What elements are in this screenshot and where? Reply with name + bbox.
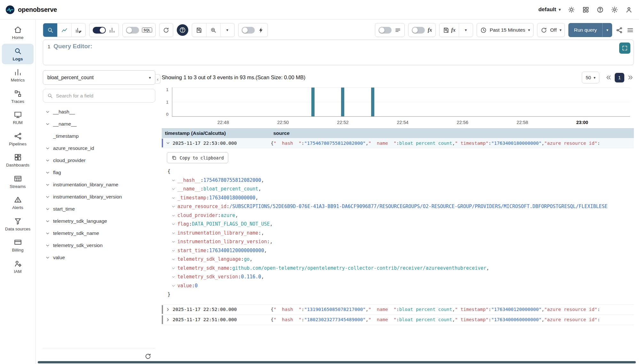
- pagination-next-icon[interactable]: [627, 74, 634, 81]
- quick-mode-toggle[interactable]: [242, 27, 255, 34]
- nav-item-data-sources[interactable]: Data sources: [2, 214, 34, 235]
- json-entry-flag[interactable]: flag:DATA_POINT_FLAGS_DO_NOT_USE,: [162, 220, 634, 229]
- chevron-down-icon[interactable]: [171, 187, 177, 191]
- nav-item-home[interactable]: Home: [2, 22, 34, 43]
- nav-item-traces[interactable]: Traces: [2, 86, 34, 107]
- field-item-cloud_provider[interactable]: cloud_provider: [43, 154, 155, 167]
- user-avatar-icon[interactable]: [625, 6, 633, 13]
- json-entry-instrumentation_library_name[interactable]: instrumentation_library_name:,: [162, 229, 634, 238]
- json-entry-telemetry_sdk_language[interactable]: telemetry_sdk_language:go,: [162, 255, 634, 264]
- nav-item-streams[interactable]: Streams: [2, 171, 34, 192]
- json-colon: :: [206, 195, 209, 201]
- brand[interactable]: openobserve: [5, 5, 57, 15]
- chevron-down-icon[interactable]: [166, 141, 173, 145]
- share-icon[interactable]: [616, 27, 623, 34]
- run-query-dropdown-button[interactable]: ▾: [602, 23, 612, 37]
- search-mode-button[interactable]: [43, 23, 57, 37]
- wrap-lines-toggle[interactable]: [378, 27, 392, 34]
- chevron-down-icon[interactable]: [171, 266, 177, 270]
- run-query-button[interactable]: Run query: [568, 23, 602, 37]
- chevron-right-icon[interactable]: [166, 307, 173, 312]
- query-editor[interactable]: 1Query Editor:: [43, 40, 634, 65]
- table-row[interactable]: 2025-11-17 22:52:00.000{"__hash__":"1319…: [162, 305, 634, 315]
- function-toggle[interactable]: [412, 27, 425, 34]
- nav-item-dashboards[interactable]: Dashboards: [2, 150, 34, 171]
- field-item-_timestamp[interactable]: _timestamp: [43, 130, 155, 142]
- theme-toggle-icon[interactable]: [568, 6, 575, 13]
- saved-views-dropdown-button[interactable]: ▾: [220, 23, 234, 37]
- chevron-down-icon[interactable]: [171, 213, 177, 218]
- saved-views-button[interactable]: [206, 23, 220, 37]
- editor-expand-button[interactable]: [619, 43, 630, 54]
- json-entry-telemetry_sdk_name[interactable]: telemetry_sdk_name:github.com/open-telem…: [162, 264, 634, 273]
- json-comma: ,: [486, 265, 489, 271]
- histogram-toggle[interactable]: [93, 27, 106, 34]
- json-entry-_timestamp[interactable]: _timestamp:1763400180000000,: [162, 194, 634, 203]
- field-name: flag: [53, 170, 61, 175]
- reset-filters-button[interactable]: [159, 23, 173, 37]
- chevron-down-icon[interactable]: [171, 284, 177, 288]
- horizontal-scrollbar[interactable]: [38, 361, 636, 363]
- help-icon[interactable]: [596, 6, 604, 13]
- field-item-instrumentation_library_version[interactable]: instrumentation_library_version: [43, 191, 155, 203]
- field-item-azure_resource_id[interactable]: azure_resource_id: [43, 142, 155, 154]
- json-entry-telemetry_sdk_version[interactable]: telemetry_sdk_version:0.116.0,: [162, 273, 634, 282]
- field-item-instrumentation_library_name[interactable]: instrumentation_library_name: [43, 179, 155, 191]
- apps-grid-icon[interactable]: [582, 6, 589, 13]
- json-entry-__hash__[interactable]: __hash__:17546780755812082000,: [162, 176, 634, 185]
- sql-mode-toggle[interactable]: [126, 27, 139, 34]
- json-entry-cloud_provider[interactable]: cloud_provider:azure,: [162, 211, 634, 220]
- field-item-telemetry_sdk_language[interactable]: telemetry_sdk_language: [43, 215, 155, 227]
- field-item-start_time[interactable]: start_time: [43, 203, 155, 215]
- org-selector[interactable]: default ▾: [538, 6, 561, 13]
- menu-icon[interactable]: [627, 27, 634, 34]
- nav-item-pipelines[interactable]: Pipelines: [2, 129, 34, 150]
- field-search-input[interactable]: [56, 93, 151, 99]
- visualize-mode-button[interactable]: [57, 23, 71, 37]
- field-item-__name__[interactable]: __name__: [43, 118, 155, 130]
- field-item-telemetry_sdk_name[interactable]: telemetry_sdk_name: [43, 227, 155, 239]
- chevron-down-icon[interactable]: [171, 257, 177, 261]
- nav-item-billing[interactable]: Billing: [2, 235, 34, 256]
- table-row[interactable]: 2025-11-17 22:51:00.000{"__hash__":"1802…: [162, 315, 634, 325]
- field-item-__hash__[interactable]: __hash__: [43, 106, 155, 118]
- json-entry-start_time[interactable]: start_time:1763400120000000000,: [162, 246, 634, 255]
- field-item-value[interactable]: value: [43, 252, 155, 264]
- nav-item-metrics[interactable]: Metrics: [2, 65, 34, 86]
- table-row[interactable]: 2025-11-17 22:53:00.000{"__hash__":"1754…: [162, 138, 634, 148]
- chevron-down-icon[interactable]: [171, 249, 177, 253]
- settings-gear-icon[interactable]: [611, 6, 618, 13]
- page-size-selector[interactable]: 50 ▾: [582, 72, 599, 83]
- chevron-down-icon[interactable]: [171, 275, 177, 279]
- auto-refresh-picker[interactable]: Off ▾: [537, 23, 565, 37]
- json-entry-__name__[interactable]: __name__:bloat_percent_count,: [162, 185, 634, 194]
- json-entry-instrumentation_library_version[interactable]: instrumentation_library_version:,: [162, 237, 634, 246]
- time-range-picker[interactable]: Past 15 Minutes ▾: [477, 23, 534, 37]
- json-entry-value[interactable]: value:0: [162, 282, 634, 290]
- query-help-button[interactable]: [177, 24, 188, 36]
- chevron-right-icon[interactable]: [166, 317, 173, 322]
- chevron-down-icon[interactable]: [171, 231, 177, 235]
- nav-item-logs[interactable]: Logs: [2, 44, 34, 65]
- stream-selector[interactable]: bloat_percent_count ▾: [43, 70, 155, 85]
- json-entry-azure_resource_id[interactable]: azure_resource_id:/SUBSCRIPTIONS/52DE6B9…: [162, 202, 634, 211]
- field-item-flag[interactable]: flag: [43, 167, 155, 179]
- chevron-down-icon[interactable]: [171, 178, 177, 182]
- nav-item-iam[interactable]: IAM: [2, 256, 34, 277]
- copy-to-clipboard-button[interactable]: Copy to clipboard: [167, 152, 228, 163]
- chevron-down-icon[interactable]: [171, 196, 177, 200]
- chevron-down-icon[interactable]: [171, 240, 177, 244]
- chevron-down-icon[interactable]: [171, 222, 177, 226]
- refresh-fields-icon[interactable]: [144, 353, 152, 360]
- field-item-telemetry_sdk_version[interactable]: telemetry_sdk_version: [43, 239, 155, 252]
- save-search-button[interactable]: [192, 23, 206, 37]
- pagination-first-icon[interactable]: [605, 74, 612, 81]
- nav-item-alerts[interactable]: Alerts: [2, 192, 34, 213]
- nav-item-rum[interactable]: RUM: [2, 107, 34, 128]
- custom-chart-mode-button[interactable]: [71, 23, 85, 37]
- fields-collapse-handle[interactable]: ‹: [155, 74, 160, 84]
- save-function-button[interactable]: fx: [440, 23, 459, 37]
- function-dropdown-button[interactable]: ▾: [459, 23, 473, 37]
- page-number[interactable]: 1: [615, 73, 624, 82]
- chevron-down-icon[interactable]: [171, 205, 177, 209]
